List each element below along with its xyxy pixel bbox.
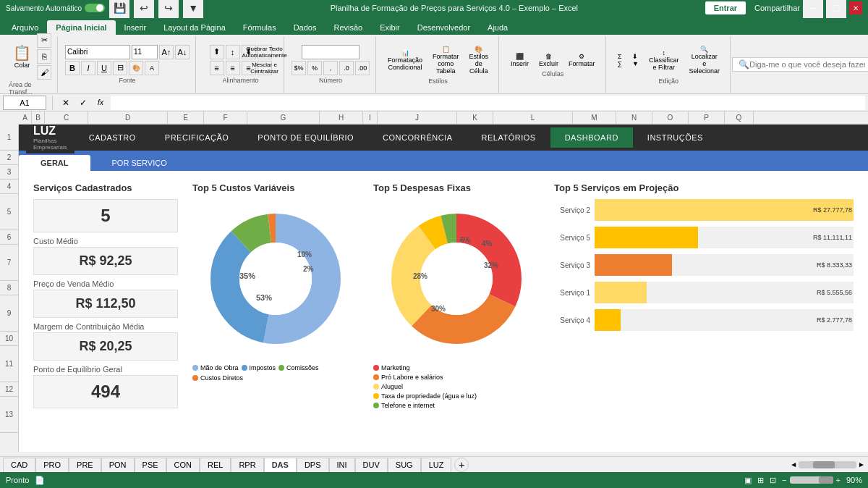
- nav-relatorios[interactable]: RELATÓRIOS: [467, 127, 550, 148]
- wrap-text-button[interactable]: Quebrar Texto Automaticamente: [258, 45, 272, 59]
- sheet-tab-cad[interactable]: CAD: [3, 458, 35, 472]
- insert-function-button[interactable]: fx: [93, 96, 108, 110]
- view-normal-icon[interactable]: ▣: [744, 476, 752, 485]
- merge-button[interactable]: Mesclar e Centralizar: [258, 61, 272, 75]
- sheet-tab-luz[interactable]: LUZ: [421, 458, 452, 472]
- cut-button[interactable]: ✂: [37, 33, 51, 48]
- border-button[interactable]: ⊟: [113, 61, 127, 75]
- left-align-button[interactable]: ≡: [210, 61, 224, 75]
- copy-button[interactable]: ⎘: [37, 49, 51, 64]
- sheet-tab-rpr[interactable]: RPR: [231, 458, 263, 472]
- subtab-por-servico[interactable]: POR SERVIÇO: [90, 155, 189, 171]
- top-align-button[interactable]: ⬆: [210, 45, 224, 59]
- cell-styles-button[interactable]: 🎨 Estilos deCélula: [465, 44, 493, 76]
- nav-ponto[interactable]: PONTO DE EQUILÍBRIO: [243, 127, 368, 148]
- view-layout-icon[interactable]: ⊞: [757, 476, 764, 485]
- find-select-button[interactable]: 🔍 Localizar eSelecionar: [684, 44, 724, 76]
- paste-button[interactable]: 📋 Colar: [9, 43, 35, 70]
- add-sheet-button[interactable]: +: [454, 458, 469, 472]
- cancel-formula-button[interactable]: ✕: [59, 96, 73, 110]
- minimize-button[interactable]: ─: [803, 0, 823, 18]
- tab-layout[interactable]: Layout da Página: [155, 20, 234, 35]
- sort-filter-button[interactable]: ↕ Classificare Filtrar: [644, 48, 684, 72]
- sheet-tab-dps[interactable]: DPS: [297, 458, 329, 472]
- tab-dados[interactable]: Dados: [285, 20, 326, 35]
- format-painter-button[interactable]: 🖌: [37, 65, 51, 80]
- fill-color-button[interactable]: 🎨: [129, 61, 143, 75]
- insert-button[interactable]: ⬛ Inserir: [506, 51, 533, 69]
- font-color-button[interactable]: A: [145, 61, 159, 75]
- sheet-tab-duv[interactable]: DUV: [355, 458, 388, 472]
- undo-button[interactable]: ↩: [134, 0, 154, 18]
- zoom-track[interactable]: [790, 476, 833, 484]
- horizontal-scrollbar[interactable]: ◄ ►: [790, 460, 865, 468]
- tab-exibir[interactable]: Exibir: [371, 20, 409, 35]
- delete-button[interactable]: 🗑 Excluir: [535, 51, 563, 69]
- zoom-thumb[interactable]: [819, 476, 833, 484]
- search-input[interactable]: [749, 60, 865, 69]
- font-name-input[interactable]: [65, 45, 130, 59]
- fill-button[interactable]: ⬇ ▼: [628, 51, 643, 69]
- name-box[interactable]: [3, 96, 46, 110]
- format-button[interactable]: ⚙ Formatar: [564, 51, 600, 69]
- close-button[interactable]: ✕: [849, 1, 862, 14]
- nav-cadastro[interactable]: CADASTRO: [75, 127, 150, 148]
- bold-button[interactable]: B: [65, 61, 80, 75]
- save-button[interactable]: 💾: [109, 0, 129, 18]
- nav-dashboard[interactable]: DASHBOARD: [550, 127, 633, 148]
- comma-button[interactable]: ,: [323, 61, 338, 75]
- share-button[interactable]: Compartilhar: [754, 4, 800, 12]
- conditional-format-button[interactable]: 📊 FormataçãoCondicional: [383, 48, 427, 72]
- subtab-geral[interactable]: GERAL: [19, 155, 90, 171]
- increase-font-button[interactable]: A↑: [159, 45, 174, 59]
- quick-access-button[interactable]: ▼: [183, 0, 203, 18]
- sheet-tab-con[interactable]: CON: [166, 458, 200, 472]
- sheet-tab-pro[interactable]: PRO: [35, 458, 69, 472]
- tab-inserir[interactable]: Inserir: [116, 20, 156, 35]
- sheet-tab-pre[interactable]: PRE: [69, 458, 101, 472]
- decrease-decimal-button[interactable]: .00: [355, 61, 370, 75]
- tab-desenvolvedor[interactable]: Desenvolvedor: [409, 20, 479, 35]
- sheet-tab-pse[interactable]: PSE: [135, 458, 166, 472]
- decrease-font-button[interactable]: A↓: [175, 45, 190, 59]
- formula-input[interactable]: [111, 96, 865, 110]
- middle-align-button[interactable]: ↕: [226, 45, 240, 59]
- maximize-button[interactable]: □: [826, 0, 846, 18]
- sheet-tab-ini[interactable]: INI: [329, 458, 355, 472]
- underline-button[interactable]: U: [97, 61, 111, 75]
- fill-icon: ⬇: [632, 53, 638, 60]
- scrollbar-thumb[interactable]: [813, 461, 835, 468]
- scrollbar-track[interactable]: [799, 461, 856, 468]
- autosave-toggle[interactable]: [85, 4, 105, 12]
- autosum-button[interactable]: Σ ∑: [613, 51, 626, 69]
- entrar-button[interactable]: Entrar: [705, 1, 746, 14]
- zoom-out-icon[interactable]: −: [782, 476, 786, 484]
- currency-button[interactable]: $%: [292, 61, 306, 75]
- view-page-break-icon[interactable]: ⊡: [770, 476, 776, 485]
- scroll-right-btn[interactable]: ►: [858, 460, 865, 468]
- confirm-formula-button[interactable]: ✓: [76, 96, 90, 110]
- increase-decimal-button[interactable]: .0: [339, 61, 354, 75]
- sheet-tab-das[interactable]: DAS: [264, 458, 297, 472]
- redo-button[interactable]: ↪: [158, 0, 179, 18]
- zoom-in-icon[interactable]: +: [836, 476, 841, 484]
- search-box[interactable]: 🔍: [732, 57, 868, 72]
- percent-button[interactable]: %: [307, 61, 322, 75]
- nav-precificacao[interactable]: PRECIFICAÇÃO: [150, 127, 244, 148]
- sheet-tab-pon[interactable]: PON: [101, 458, 135, 472]
- scroll-left-btn[interactable]: ◄: [790, 460, 797, 468]
- tab-pagina-inicial[interactable]: Página Inicial: [47, 20, 115, 35]
- format-as-table-button[interactable]: 📋 Formatar comoTabela: [428, 44, 464, 76]
- italic-button[interactable]: I: [81, 61, 95, 75]
- status-right: ▣ ⊞ ⊡ − + 90%: [744, 476, 862, 485]
- sheet-tab-sug[interactable]: SUG: [388, 458, 421, 472]
- sheet-tab-rel[interactable]: REL: [200, 458, 231, 472]
- tab-ajuda[interactable]: Ajuda: [479, 20, 516, 35]
- nav-concorrencia[interactable]: CONCORRÊNCIA: [368, 127, 467, 148]
- tab-revisao[interactable]: Revisão: [325, 20, 371, 35]
- font-size-input[interactable]: [132, 45, 158, 59]
- tab-formulas[interactable]: Fórmulas: [234, 20, 285, 35]
- nav-instrucoes[interactable]: INSTRUÇÕES: [633, 127, 718, 148]
- center-align-button[interactable]: ≡: [226, 61, 240, 75]
- zoom-scrollbar[interactable]: − +: [782, 476, 841, 484]
